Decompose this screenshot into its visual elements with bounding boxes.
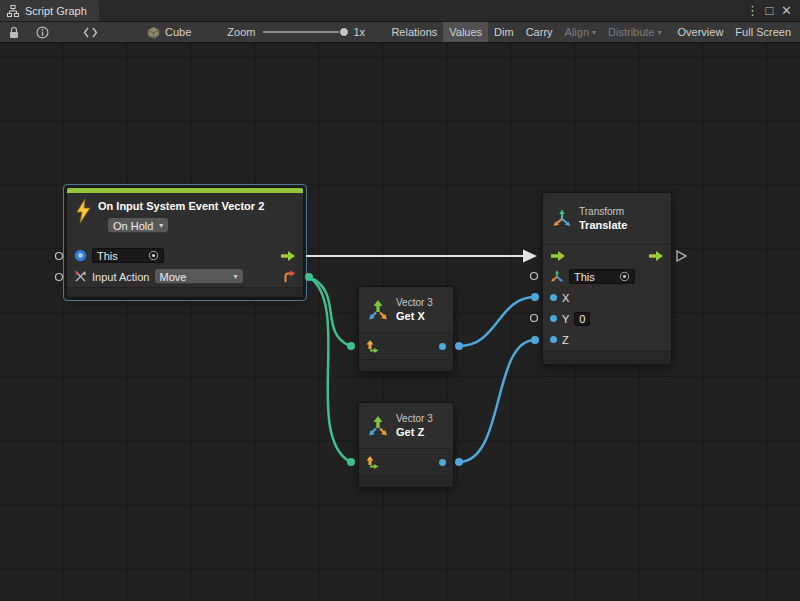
event-action-row: Input Action Move ▾ bbox=[67, 266, 303, 287]
flow-out-port[interactable] bbox=[280, 250, 296, 262]
zoom-label: Zoom bbox=[227, 26, 255, 38]
graph-icon bbox=[7, 5, 19, 17]
get-z-output-dot[interactable] bbox=[455, 458, 463, 466]
translate-z-input-dot[interactable] bbox=[531, 336, 539, 344]
code-view-icon[interactable] bbox=[78, 22, 103, 42]
node-footer bbox=[359, 359, 453, 371]
flow-in-port[interactable] bbox=[550, 250, 566, 262]
y-value-field[interactable]: 0 bbox=[574, 312, 590, 326]
x-input-port[interactable] bbox=[550, 294, 557, 301]
vector3-icon bbox=[367, 300, 389, 320]
translate-x-row: X bbox=[543, 287, 671, 308]
zoom-value: 1x bbox=[353, 26, 365, 38]
vector2-wire-to-get-z[interactable] bbox=[309, 277, 350, 462]
on-hold-dropdown[interactable]: On Hold ▾ bbox=[108, 218, 168, 233]
translate-this-row: This bbox=[543, 266, 671, 287]
flow-out-port[interactable] bbox=[648, 250, 664, 262]
vector3-icon bbox=[367, 416, 389, 436]
vector2-output-dot[interactable] bbox=[305, 273, 313, 281]
translate-y-row: Y 0 bbox=[543, 308, 671, 329]
flow-wire-arrowhead bbox=[523, 250, 537, 263]
toolbar-buttons: Relations Values Dim Carry Align ▾ Distr… bbox=[385, 22, 797, 42]
node-title: Get X bbox=[396, 309, 433, 324]
vector2-output-port[interactable] bbox=[282, 270, 296, 284]
chevron-down-icon: ▾ bbox=[592, 28, 596, 37]
float-output-port[interactable] bbox=[439, 459, 446, 466]
get-x-output-dot[interactable] bbox=[455, 342, 463, 350]
tab-title: Script Graph bbox=[25, 5, 87, 17]
lock-icon[interactable] bbox=[3, 22, 25, 42]
translate-y-port[interactable] bbox=[531, 315, 538, 322]
info-icon[interactable] bbox=[31, 22, 54, 42]
translate-this-port[interactable] bbox=[531, 273, 538, 280]
node-on-input-system-event[interactable]: On Input System Event Vector 2 On Hold ▾… bbox=[66, 187, 304, 298]
get-x-input-dot[interactable] bbox=[347, 342, 355, 350]
dim-button[interactable]: Dim bbox=[488, 22, 520, 42]
z-label: Z bbox=[562, 334, 569, 346]
node-type: Transform bbox=[579, 205, 627, 218]
translate-flow-out-port[interactable] bbox=[677, 251, 686, 261]
node-get-x[interactable]: Vector 3 Get X bbox=[358, 286, 454, 372]
graph-canvas[interactable]: On Input System Event Vector 2 On Hold ▾… bbox=[0, 43, 800, 600]
x-label: X bbox=[562, 292, 569, 304]
transform-icon-small bbox=[550, 270, 564, 283]
get-z-port-row bbox=[359, 449, 453, 475]
y-label: Y bbox=[562, 313, 569, 325]
float-wire-get-z-to-z[interactable] bbox=[459, 340, 535, 462]
node-title: On Input System Event Vector 2 bbox=[98, 198, 264, 214]
translate-x-input-dot[interactable] bbox=[531, 293, 539, 301]
translate-z-row: Z bbox=[543, 329, 671, 350]
event-this-port[interactable] bbox=[56, 253, 63, 260]
vector2-wire-to-get-x[interactable] bbox=[309, 277, 350, 346]
event-action-port[interactable] bbox=[56, 274, 63, 281]
event-this-row: This bbox=[67, 245, 303, 266]
distribute-button[interactable]: Distribute ▾ bbox=[602, 22, 667, 42]
relations-button[interactable]: Relations bbox=[385, 22, 443, 42]
z-input-port[interactable] bbox=[550, 336, 557, 343]
fullscreen-button[interactable]: Full Screen bbox=[729, 22, 797, 42]
vector3-input-port[interactable] bbox=[366, 456, 379, 469]
float-wire-get-x-to-x[interactable] bbox=[459, 297, 535, 346]
cube-icon bbox=[147, 26, 160, 39]
translate-flow-row bbox=[543, 245, 671, 266]
node-type: Vector 3 bbox=[396, 412, 433, 425]
node-footer bbox=[543, 350, 671, 364]
graph-owner[interactable]: Cube bbox=[147, 26, 191, 39]
this-icon bbox=[74, 249, 87, 262]
move-dropdown[interactable]: Move ▾ bbox=[155, 269, 243, 284]
maximize-icon[interactable]: □ bbox=[761, 3, 778, 18]
node-footer bbox=[359, 475, 453, 487]
chevron-down-icon: ▾ bbox=[233, 272, 237, 281]
values-button[interactable]: Values bbox=[443, 22, 488, 42]
lightning-icon bbox=[75, 198, 91, 224]
chevron-down-icon: ▾ bbox=[658, 28, 662, 37]
tab-script-graph[interactable]: Script Graph bbox=[0, 0, 99, 21]
object-picker-icon[interactable] bbox=[619, 271, 630, 282]
object-picker-icon[interactable] bbox=[148, 250, 159, 261]
tab-bar: Script Graph ⋮ □ ✕ bbox=[0, 0, 800, 22]
close-icon[interactable]: ✕ bbox=[778, 3, 795, 18]
align-button[interactable]: Align ▾ bbox=[559, 22, 602, 42]
this-field[interactable]: This bbox=[569, 269, 635, 284]
graph-owner-label: Cube bbox=[165, 26, 191, 38]
this-field[interactable]: This bbox=[92, 248, 164, 263]
graph-toolbar: Cube Zoom 1x Relations Values Dim Carry … bbox=[0, 22, 800, 43]
node-translate[interactable]: Transform Translate This bbox=[542, 192, 672, 365]
node-title: Translate bbox=[579, 218, 627, 233]
node-footer bbox=[67, 287, 303, 297]
get-z-input-dot[interactable] bbox=[347, 458, 355, 466]
carry-button[interactable]: Carry bbox=[520, 22, 559, 42]
more-options-icon[interactable]: ⋮ bbox=[744, 3, 761, 18]
overview-button[interactable]: Overview bbox=[672, 22, 730, 42]
node-title: Get Z bbox=[396, 425, 433, 440]
input-action-label: Input Action bbox=[92, 271, 150, 283]
zoom-slider-handle[interactable] bbox=[339, 27, 349, 37]
node-type: Vector 3 bbox=[396, 296, 433, 309]
vector3-input-port[interactable] bbox=[366, 340, 379, 353]
float-output-port[interactable] bbox=[439, 343, 446, 350]
zoom-slider[interactable] bbox=[263, 31, 347, 33]
chevron-down-icon: ▾ bbox=[159, 221, 163, 230]
node-get-z[interactable]: Vector 3 Get Z bbox=[358, 402, 454, 488]
get-x-port-row bbox=[359, 333, 453, 359]
y-input-port[interactable] bbox=[550, 315, 557, 322]
